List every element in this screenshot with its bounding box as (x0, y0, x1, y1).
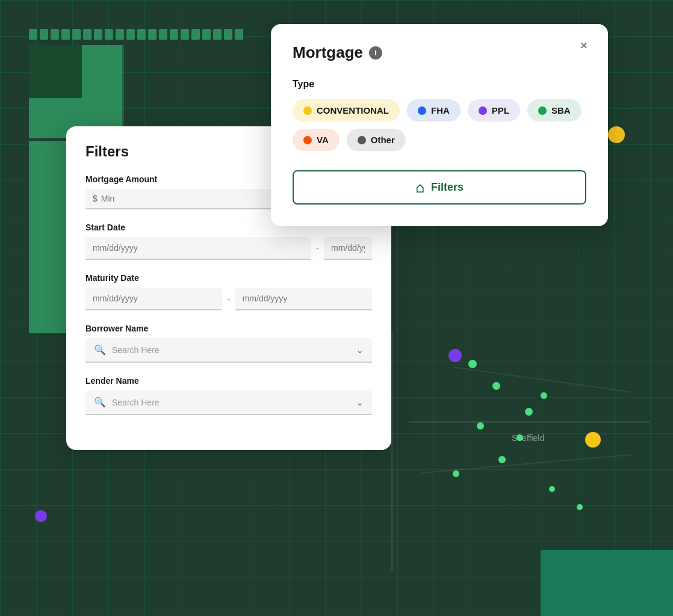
chip-dot-fha (418, 106, 426, 115)
chip-label-va: VA (317, 135, 329, 145)
lender-name-label: Lender Name (85, 376, 372, 386)
map-dot-green-9 (549, 486, 555, 492)
teal-accent (541, 550, 673, 616)
dollar-prefix-min: $ (93, 194, 98, 203)
maturity-date-row: - (85, 288, 372, 310)
funnel-icon: ⛉ (415, 182, 425, 193)
filters-apply-button[interactable]: ⛉ Filters (293, 170, 586, 205)
maturity-date-group: Maturity Date - (85, 273, 372, 310)
start-date-row: - (85, 237, 372, 260)
chip-other[interactable]: Other (347, 129, 406, 151)
green-block-inner (29, 45, 82, 98)
map-dot-green-1 (492, 382, 500, 390)
borrower-name-dropdown[interactable]: 🔍 Search Here ⌄ (85, 338, 372, 363)
type-section-label: Type (293, 79, 586, 90)
lender-name-group: Lender Name 🔍 Search Here ⌄ (85, 376, 372, 415)
road-line (391, 331, 393, 571)
filters-button-label: Filters (431, 181, 464, 194)
filters-title: Filters (85, 143, 129, 160)
map-dot-green-7 (541, 392, 547, 399)
mortgage-modal: × Mortgage i Type CONVENTIONAL FHA PPL S… (271, 24, 608, 226)
stripe-bar (29, 29, 243, 40)
borrower-name-group: Borrower Name 🔍 Search Here ⌄ (85, 324, 372, 363)
maturity-date-separator: - (227, 294, 230, 304)
modal-title-row: Mortgage i (293, 43, 586, 62)
chip-label-fha: FHA (431, 105, 450, 116)
chip-label-sba: SBA (551, 105, 571, 116)
modal-close-button[interactable]: × (574, 36, 594, 55)
start-date-from[interactable] (85, 237, 311, 260)
chip-label-ppl: PPL (492, 105, 509, 116)
map-dot-green-10 (577, 504, 583, 510)
lender-name-dropdown[interactable]: 🔍 Search Here ⌄ (85, 390, 372, 415)
map-dot-yellow-1 (608, 126, 625, 143)
borrower-search-placeholder: Search Here (112, 345, 350, 355)
maturity-date-label: Maturity Date (85, 273, 372, 283)
map-dot-green-4 (498, 456, 506, 463)
chip-dot-sba (538, 106, 547, 115)
lender-chevron-icon: ⌄ (356, 398, 364, 407)
map-dot-green-5 (453, 470, 459, 477)
map-dot-yellow-2 (585, 432, 601, 448)
chip-dot-conventional (303, 106, 312, 115)
chip-dot-other (358, 136, 366, 144)
borrower-name-label: Borrower Name (85, 324, 372, 333)
borrower-chevron-icon: ⌄ (356, 345, 364, 355)
lender-search-icon: 🔍 (94, 396, 106, 408)
map-dot-purple-1 (448, 349, 462, 362)
start-date-group: Start Date - (85, 223, 372, 260)
chip-label-other: Other (371, 135, 395, 145)
type-chips-container: CONVENTIONAL FHA PPL SBA VA Other (293, 99, 586, 151)
modal-title: Mortgage (293, 43, 363, 62)
chip-conventional[interactable]: CONVENTIONAL (293, 99, 400, 122)
chip-sba[interactable]: SBA (527, 99, 582, 122)
map-dot-green-2 (525, 408, 533, 416)
chip-ppl[interactable]: PPL (468, 99, 520, 122)
maturity-date-from[interactable] (85, 288, 222, 310)
chip-label-conventional: CONVENTIONAL (317, 105, 389, 116)
chip-dot-va (303, 136, 312, 144)
map-dot-green-6 (516, 434, 523, 441)
chip-dot-ppl (479, 106, 487, 115)
map-dot-purple-2 (35, 510, 47, 522)
maturity-date-to[interactable] (235, 288, 372, 310)
chip-va[interactable]: VA (293, 129, 340, 151)
map-dot-green-8 (468, 360, 477, 368)
start-date-to[interactable] (324, 237, 372, 260)
lender-search-placeholder: Search Here (112, 398, 350, 407)
map-dot-green-3 (477, 422, 484, 430)
chip-fha[interactable]: FHA (407, 99, 461, 122)
road-line (409, 421, 650, 423)
borrower-search-icon: 🔍 (94, 344, 106, 356)
info-icon[interactable]: i (369, 46, 382, 60)
start-date-separator: - (316, 243, 319, 254)
